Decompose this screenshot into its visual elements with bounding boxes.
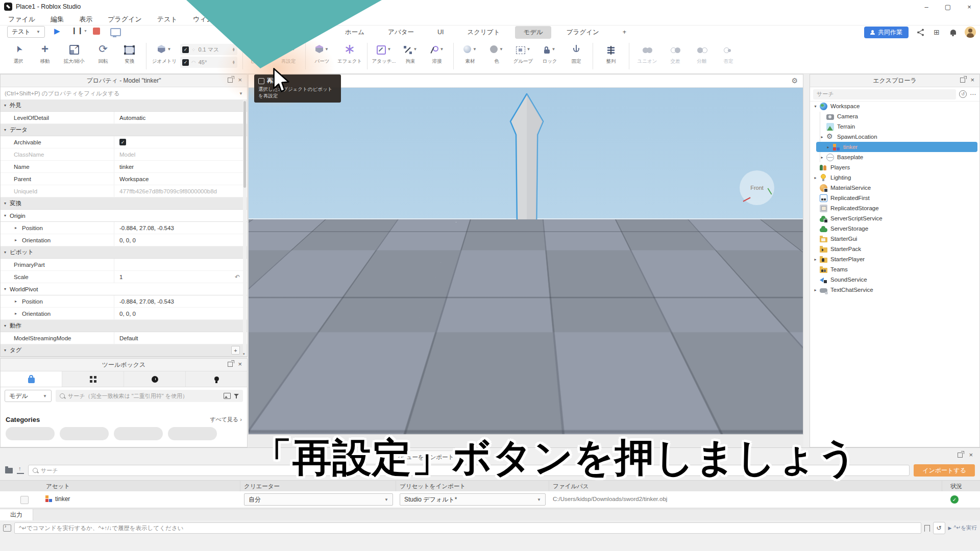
- import-asset-row[interactable]: tinker 自分▼ Studio デフォルト*▼ C:/Users/kidsp…: [0, 491, 980, 508]
- explorer-item-TextChatService[interactable]: ▸TextChatService: [810, 285, 979, 295]
- stepper[interactable]: ▲▼: [232, 47, 235, 52]
- close-icon[interactable]: ×: [238, 362, 242, 366]
- popout-icon[interactable]: [958, 453, 963, 458]
- popout-icon[interactable]: [228, 78, 233, 83]
- property-row[interactable]: ▸Position-0.884, 27.08, -0.543: [1, 222, 247, 234]
- explorer-item-SpawnLocation[interactable]: ▸SpawnLocation: [810, 132, 979, 142]
- property-row[interactable]: Archivable✓: [1, 136, 247, 148]
- group-button[interactable]: ▼グループ: [510, 42, 536, 65]
- property-subsection[interactable]: ▾WorldPivot: [1, 283, 247, 295]
- image-search-icon[interactable]: [224, 393, 231, 399]
- property-section[interactable]: ▾動作: [1, 320, 247, 332]
- bookmark-icon[interactable]: [924, 525, 930, 532]
- more-options-icon[interactable]: ⋯: [970, 91, 976, 98]
- align-button[interactable]: 整列: [596, 42, 626, 65]
- explorer-search-input[interactable]: サーチ: [813, 89, 956, 99]
- explorer-item-Teams[interactable]: Teams: [810, 264, 979, 274]
- transform-tool-button[interactable]: 変換: [116, 42, 143, 65]
- separate-button[interactable]: 分離: [689, 42, 715, 65]
- property-row[interactable]: ▸Orientation0, 0, 0: [1, 234, 247, 246]
- category-chip[interactable]: [168, 427, 217, 440]
- property-section[interactable]: ▾ピボット: [1, 246, 247, 259]
- explorer-item-Camera[interactable]: Camera: [810, 111, 979, 121]
- property-row[interactable]: ModelStreamingModeDefault: [1, 332, 247, 344]
- maximize-button[interactable]: ▢: [937, 0, 959, 13]
- material-button[interactable]: ▼素材: [457, 42, 483, 65]
- explorer-item-Terrain[interactable]: Terrain: [810, 121, 979, 132]
- menu-プラグイン[interactable]: プラグイン: [108, 15, 142, 24]
- collaborate-button[interactable]: 共同作業: [864, 27, 909, 38]
- explorer-item-Lighting[interactable]: ▸Lighting: [810, 172, 979, 183]
- menu-テスト[interactable]: テスト: [157, 15, 178, 24]
- attachment-button[interactable]: ▼アタッチ...: [371, 42, 397, 65]
- view-orientation-gizmo[interactable]: Front: [740, 170, 774, 205]
- property-section[interactable]: ▾データ: [1, 124, 247, 136]
- creator-dropdown[interactable]: 自分▼: [244, 493, 393, 506]
- explorer-item-SoundService[interactable]: SoundService: [810, 274, 979, 285]
- menu-編集[interactable]: 編集: [51, 15, 64, 24]
- toolbox-tab-creations[interactable]: [186, 371, 247, 387]
- tab-ホーム[interactable]: ホーム: [337, 26, 373, 39]
- lock-button[interactable]: ▼ロック: [536, 42, 563, 65]
- geometry-dropdown-button[interactable]: ▼ジオメトリ: [150, 42, 179, 65]
- command-bar-input[interactable]: ^↵でコマンドを実行するか、^+↑/↓で履歴を表示してください: [14, 522, 921, 534]
- tab-UI[interactable]: UI: [429, 27, 452, 38]
- toolbox-tab-marketplace[interactable]: [1, 371, 62, 387]
- checkbox-checked[interactable]: ✓: [119, 139, 126, 145]
- negate-button[interactable]: 否定: [715, 42, 742, 65]
- stop-button[interactable]: [93, 28, 100, 35]
- user-avatar[interactable]: [965, 27, 976, 38]
- explorer-item-tinker[interactable]: ▸tinker: [816, 142, 977, 152]
- see-all-link[interactable]: すべて見る ›: [210, 416, 242, 423]
- reset-pivot-button[interactable]: ⟳▼再設定: [275, 42, 302, 65]
- property-row[interactable]: LevelOfDetailAutomatic: [1, 112, 247, 124]
- constraint-button[interactable]: ▼拘束: [397, 42, 424, 65]
- popout-icon[interactable]: [228, 362, 233, 367]
- toolbox-tab-recent[interactable]: [124, 371, 186, 387]
- property-row[interactable]: ▸Position-0.884, 27.08, -0.543: [1, 295, 247, 308]
- weld-button[interactable]: ▼溶接: [424, 42, 450, 65]
- play-button[interactable]: ▶: [54, 27, 60, 36]
- reset-value-icon[interactable]: ↶: [235, 273, 240, 281]
- close-button[interactable]: ×: [959, 0, 980, 13]
- tab-アバター[interactable]: アバター: [380, 26, 422, 39]
- run-command-button[interactable]: ▶^↵を実行: [948, 524, 977, 532]
- preset-dropdown[interactable]: Studio デフォルト*▼: [400, 493, 546, 506]
- explorer-item-ReplicatedFirst[interactable]: ReplicatedFirst: [810, 193, 979, 203]
- explorer-item-Workspace[interactable]: ▾Workspace: [810, 101, 979, 111]
- stepper[interactable]: ▲▼: [232, 60, 235, 64]
- filter-funnel-icon[interactable]: [234, 393, 239, 398]
- properties-filter-input[interactable]: (Ctrl+Shift+P) のプロパティをフィルタする ▼: [1, 87, 247, 100]
- category-chip[interactable]: [114, 427, 163, 440]
- category-chip[interactable]: [60, 427, 109, 440]
- property-row[interactable]: Scale1↶: [1, 271, 247, 283]
- toolbox-search-input[interactable]: サーチ（完全一致検索は "二重引用符" を使用）: [56, 390, 243, 402]
- property-row[interactable]: UniqueId477ffb426e7d8fb7099c9f8000000b8d: [1, 185, 247, 197]
- explorer-item-ReplicatedStorage[interactable]: ReplicatedStorage: [810, 203, 979, 213]
- explorer-item-StarterGui[interactable]: StarterGui: [810, 234, 979, 244]
- history-icon[interactable]: ↺: [933, 522, 945, 534]
- explorer-item-Players[interactable]: Players: [810, 162, 979, 172]
- close-icon[interactable]: ×: [970, 78, 974, 82]
- close-icon[interactable]: ×: [969, 453, 973, 457]
- explorer-item-StarterPlayer[interactable]: ▸StarterPlayer: [810, 254, 979, 264]
- device-emulation-icon[interactable]: [110, 28, 121, 36]
- close-icon[interactable]: ×: [238, 78, 242, 82]
- output-tab[interactable]: 出力: [0, 509, 33, 521]
- property-section[interactable]: ▾タグ+: [1, 344, 247, 357]
- menu-ヘルプ[interactable]: ヘルプ: [242, 15, 262, 24]
- snap-rotate-checkbox[interactable]: ✓: [182, 59, 189, 66]
- property-subsection[interactable]: ▾Origin: [1, 210, 247, 222]
- export-icon[interactable]: [17, 467, 24, 474]
- snap-rotate-control[interactable]: ✓ ◠ 45° ▲▼: [180, 57, 237, 68]
- share-icon[interactable]: [916, 28, 925, 37]
- move-tool-button[interactable]: +移動: [32, 42, 58, 65]
- properties-scrollbar[interactable]: [243, 100, 247, 356]
- effects-button[interactable]: ∗エフェクト: [335, 42, 364, 65]
- color-button[interactable]: ▼色: [483, 42, 510, 65]
- tab-プラグイン[interactable]: プラグイン: [558, 26, 607, 39]
- menu-ファイル[interactable]: ファイル: [8, 15, 35, 24]
- property-row[interactable]: PrimaryPart: [1, 259, 247, 271]
- tab-+[interactable]: +: [615, 27, 634, 38]
- explorer-item-MaterialService[interactable]: MaterialService: [810, 183, 979, 193]
